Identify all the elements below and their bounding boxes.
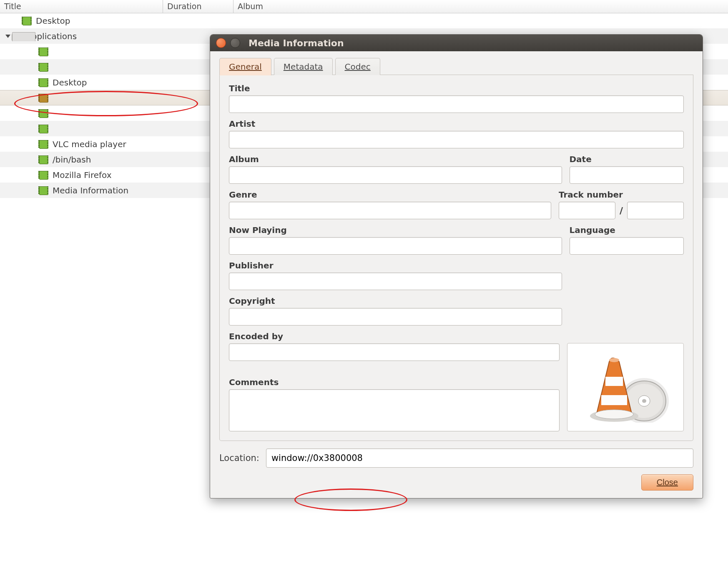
tree-item-label: Desktop <box>36 16 70 26</box>
column-header: Title Duration Album <box>0 0 728 13</box>
label-copyright: Copyright <box>229 296 562 306</box>
media-icon <box>38 48 48 55</box>
media-information-dialog: Media Information General Metadata Codec… <box>210 34 703 498</box>
input-location[interactable] <box>266 448 693 468</box>
label-now-playing: Now Playing <box>229 225 562 235</box>
input-language[interactable] <box>570 237 684 255</box>
tab-codec[interactable]: Codec <box>335 58 380 75</box>
input-track-number[interactable] <box>559 202 615 219</box>
input-comments[interactable] <box>229 389 560 431</box>
media-icon <box>38 155 48 163</box>
input-track-total[interactable] <box>627 202 684 219</box>
label-album: Album <box>229 154 562 164</box>
svg-rect-6 <box>601 395 627 405</box>
tab-metadata[interactable]: Metadata <box>274 58 333 75</box>
label-title: Title <box>229 83 684 93</box>
titlebar[interactable]: Media Information <box>210 35 703 51</box>
folder-icon <box>12 32 22 40</box>
cover-art-icon <box>567 343 684 431</box>
tree-item-label: Media Information <box>53 185 128 195</box>
label-track: Track number <box>559 190 684 200</box>
disclosure-triangle[interactable] <box>4 35 12 38</box>
media-icon <box>22 17 32 25</box>
input-title[interactable] <box>229 95 684 113</box>
input-publisher[interactable] <box>229 273 562 290</box>
svg-rect-5 <box>605 377 623 386</box>
tree-item-label: Mozilla Firefox <box>53 170 111 180</box>
media-icon <box>38 125 48 133</box>
media-icon <box>38 94 48 102</box>
label-artist: Artist <box>229 119 684 129</box>
label-location: Location: <box>219 453 259 463</box>
label-encoded-by: Encoded by <box>229 331 560 341</box>
media-icon <box>38 109 48 117</box>
tab-row: General Metadata Codec <box>219 58 693 75</box>
media-icon <box>38 63 48 71</box>
input-album[interactable] <box>229 166 562 184</box>
input-date[interactable] <box>570 166 684 184</box>
window-close-icon[interactable] <box>216 38 226 48</box>
close-button[interactable]: Close <box>641 474 693 491</box>
media-icon <box>38 78 48 86</box>
label-publisher: Publisher <box>229 260 562 270</box>
column-title[interactable]: Title <box>0 0 163 13</box>
media-icon <box>38 171 48 179</box>
tab-general[interactable]: General <box>219 58 271 75</box>
media-icon <box>38 140 48 148</box>
tree-item-label: VLC media player <box>53 139 126 149</box>
column-duration[interactable]: Duration <box>163 0 233 13</box>
input-now-playing[interactable] <box>229 237 562 255</box>
tree-item-label: /bin/bash <box>53 155 91 165</box>
input-copyright[interactable] <box>229 308 562 326</box>
label-genre: Genre <box>229 190 551 200</box>
svg-point-7 <box>595 410 633 419</box>
input-genre[interactable] <box>229 202 551 219</box>
input-encoded-by[interactable] <box>229 343 560 361</box>
input-artist[interactable] <box>229 131 684 148</box>
window-minimize-icon[interactable] <box>230 38 240 48</box>
label-language: Language <box>570 225 684 235</box>
svg-point-3 <box>642 399 646 403</box>
svg-point-8 <box>609 358 619 362</box>
label-comments: Comments <box>229 377 560 387</box>
window-title: Media Information <box>249 38 344 48</box>
column-album[interactable]: Album <box>233 0 728 13</box>
general-panel: Title Artist Album Date Genre <box>219 75 693 441</box>
label-date: Date <box>570 154 684 164</box>
tree-item-label: Desktop <box>53 78 87 88</box>
track-separator: / <box>620 205 623 216</box>
media-icon <box>38 186 48 194</box>
tree-item-desktop[interactable]: Desktop <box>0 13 728 28</box>
